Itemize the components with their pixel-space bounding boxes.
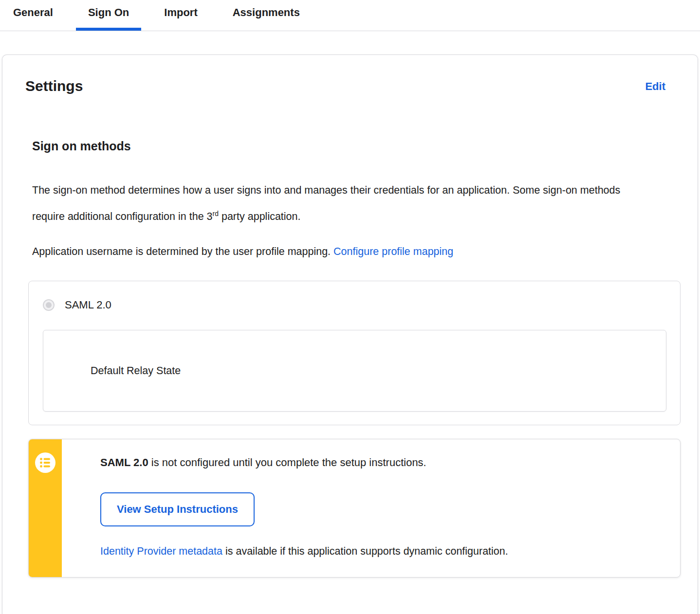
saml-method-box: SAML 2.0 Default Relay State [28, 281, 681, 425]
metadata-line-rest: is available if this application support… [222, 545, 508, 557]
settings-card: Settings Edit Sign on methods The sign-o… [2, 54, 698, 614]
view-setup-instructions-button[interactable]: View Setup Instructions [100, 492, 255, 526]
callout-message: SAML 2.0 is not configured until you com… [100, 455, 661, 470]
configure-profile-mapping-link[interactable]: Configure profile mapping [333, 246, 453, 257]
saml-radio-label: SAML 2.0 [65, 299, 111, 311]
description-text: The sign-on method determines how a user… [32, 184, 620, 222]
callout-app-name: SAML 2.0 [100, 456, 148, 469]
identity-provider-metadata-link[interactable]: Identity Provider metadata [100, 545, 222, 557]
app-tabbar: General Sign On Import Assignments [0, 0, 700, 31]
list-circle-icon [35, 452, 55, 473]
setup-callout: SAML 2.0 is not configured until you com… [28, 439, 681, 578]
description-text-tail: party application. [219, 211, 301, 222]
default-relay-state-label: Default Relay State [91, 365, 181, 377]
default-relay-state-box: Default Relay State [43, 330, 666, 412]
username-note-text: Application username is determined by th… [32, 246, 333, 257]
callout-message-rest: is not configured until you complete the… [148, 456, 426, 469]
page-title: Settings [25, 77, 83, 95]
tab-general[interactable]: General [13, 0, 53, 31]
metadata-line: Identity Provider metadata is available … [100, 544, 661, 559]
settings-card-header: Settings Edit [25, 77, 678, 95]
sign-on-methods-section: Sign on methods The sign-on method deter… [25, 139, 678, 578]
tab-sign-on[interactable]: Sign On [88, 0, 129, 31]
callout-warning-stripe [29, 439, 62, 577]
saml-radio-row: SAML 2.0 [43, 299, 666, 311]
tab-import[interactable]: Import [164, 0, 197, 31]
sign-on-methods-description: The sign-on method determines how a user… [32, 179, 626, 228]
username-note: Application username is determined by th… [32, 240, 626, 263]
sign-on-methods-heading: Sign on methods [32, 139, 678, 153]
saml-radio[interactable] [43, 299, 55, 311]
description-superscript: rd [213, 210, 219, 217]
callout-body: SAML 2.0 is not configured until you com… [62, 439, 680, 577]
tab-assignments[interactable]: Assignments [233, 0, 300, 31]
edit-link[interactable]: Edit [645, 80, 665, 93]
